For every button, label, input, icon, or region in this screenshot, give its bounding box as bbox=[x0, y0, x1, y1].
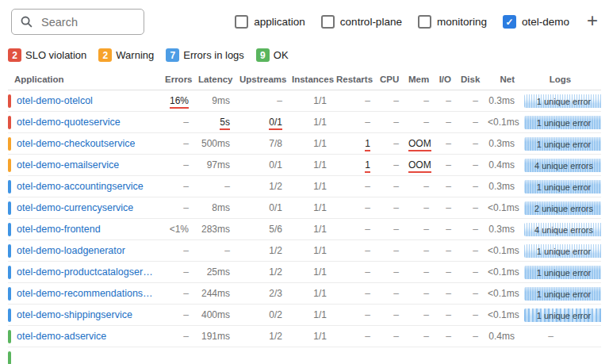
logs-chip[interactable]: 1 unique error bbox=[524, 137, 601, 151]
application-link[interactable]: otel-demo-accountingservice bbox=[17, 181, 144, 192]
logs-chip[interactable]: 1 unique error bbox=[524, 180, 601, 193]
upstreams-cell bbox=[235, 347, 287, 364]
errors-cell: – bbox=[160, 155, 193, 176]
filter-checkbox-application[interactable]: application bbox=[235, 15, 305, 29]
cpu-cell: – bbox=[375, 240, 404, 262]
errors-cell: – bbox=[160, 262, 193, 283]
legend-label: OK bbox=[274, 49, 289, 61]
disk-cell: – bbox=[456, 326, 483, 347]
application-link[interactable]: otel-demo-loadgenerator bbox=[17, 245, 125, 256]
application-link[interactable]: otel-demo-emailservice bbox=[17, 159, 119, 171]
table-row: otel-demo-currencyservice–8ms0/11/1–––––… bbox=[8, 197, 601, 219]
severity-bar bbox=[8, 201, 11, 215]
disk-cell: – bbox=[456, 155, 483, 176]
mem-cell: – bbox=[404, 283, 434, 305]
checkbox-icon: ✓ bbox=[503, 15, 516, 29]
restarts-cell: – bbox=[331, 326, 375, 347]
severity-bar bbox=[8, 116, 11, 129]
logs-chip[interactable]: 1 unique error bbox=[524, 308, 601, 322]
application-cell: otel-demo-accountingservice bbox=[8, 176, 160, 197]
search-input[interactable] bbox=[40, 15, 136, 29]
errors-cell bbox=[160, 347, 193, 364]
table-row: otel-demo-recommendationservice–244ms2/3… bbox=[8, 283, 601, 305]
application-link[interactable]: otel-demo-productcatalogservice bbox=[17, 266, 155, 278]
mem-cell: OOM bbox=[404, 155, 434, 176]
column-header-mem: Mem bbox=[404, 72, 434, 90]
logs-chip[interactable]: 1 unique error bbox=[524, 94, 601, 108]
logs-chip[interactable]: 1 unique error bbox=[524, 116, 601, 129]
logs-cell bbox=[519, 347, 601, 364]
cpu-cell: – bbox=[375, 326, 404, 347]
upstreams-cell: 1/2 bbox=[235, 240, 287, 262]
logs-chip[interactable]: 1 unique error bbox=[524, 266, 601, 279]
legend-item: 9OK bbox=[256, 48, 289, 62]
table-row: otel-demo-otelcol16%9ms–1/1–––––0.3ms1 u… bbox=[8, 90, 601, 112]
restarts-cell: 1 bbox=[331, 133, 375, 155]
severity-bar bbox=[8, 330, 11, 343]
severity-bar bbox=[8, 137, 11, 151]
mem-cell: – bbox=[404, 219, 434, 240]
cpu-cell: – bbox=[375, 90, 404, 112]
io-cell: – bbox=[434, 240, 456, 262]
column-header-cpu: CPU bbox=[375, 72, 404, 90]
upstreams-cell: 0/1 bbox=[235, 155, 287, 176]
cpu-cell: – bbox=[375, 133, 404, 155]
io-cell: – bbox=[434, 326, 456, 347]
io-cell: – bbox=[434, 155, 456, 176]
upstreams-cell: 1/2 bbox=[235, 326, 287, 347]
filter-checkbox-otel-demo[interactable]: ✓otel-demo bbox=[503, 15, 569, 29]
logs-chip[interactable]: 4 unique errors bbox=[524, 223, 601, 236]
disk-cell: – bbox=[456, 262, 483, 283]
logs-chip[interactable]: 1 unique error bbox=[524, 287, 601, 301]
io-cell: – bbox=[434, 133, 456, 155]
net-cell: 0.4ms bbox=[483, 326, 519, 347]
application-link[interactable]: otel-demo-shippingservice bbox=[17, 309, 132, 320]
logs-cell: 2 unique errors bbox=[519, 197, 601, 219]
application-link[interactable]: otel-demo-checkoutservice bbox=[17, 138, 135, 149]
net-cell: <0.1ms bbox=[483, 262, 519, 283]
disk-cell: – bbox=[456, 219, 483, 240]
logs-cell: 4 unique errors bbox=[519, 219, 601, 240]
latency-cell: 283ms bbox=[193, 219, 235, 240]
instances-cell: 1/1 bbox=[287, 176, 331, 197]
errors-cell: 16% bbox=[160, 90, 193, 112]
application-link[interactable]: otel-demo-quoteservice bbox=[17, 117, 121, 128]
application-link[interactable]: otel-demo-recommendationservice bbox=[17, 288, 155, 299]
table-header-row: ApplicationErrorsLatencyUpstreamsInstanc… bbox=[8, 72, 601, 90]
table-row: otel-demo-productcatalogservice–25ms1/21… bbox=[8, 262, 601, 283]
application-cell: otel-demo-quoteservice bbox=[8, 112, 160, 133]
io-cell: – bbox=[434, 112, 456, 133]
disk-cell: – bbox=[456, 305, 483, 326]
legend-item: 7Errors in logs bbox=[166, 48, 244, 62]
filter-checkbox-monitoring[interactable]: monitoring bbox=[418, 15, 487, 29]
alert-value: 1 bbox=[365, 159, 370, 173]
application-link[interactable]: otel-demo-currencyservice bbox=[17, 202, 133, 213]
io-cell: – bbox=[434, 197, 456, 219]
instances-cell: 1/1 bbox=[287, 90, 331, 112]
severity-bar bbox=[8, 94, 11, 108]
logs-chip[interactable]: 2 unique errors bbox=[524, 201, 601, 215]
search-box[interactable] bbox=[11, 9, 144, 35]
filter-checkbox-control-plane[interactable]: control-plane bbox=[321, 15, 402, 29]
severity-bar bbox=[8, 159, 11, 172]
application-link[interactable]: otel-demo-frontend bbox=[17, 224, 101, 235]
latency-cell: 25ms bbox=[193, 262, 235, 283]
mem-cell: – bbox=[404, 240, 434, 262]
latency-cell: 97ms bbox=[193, 155, 235, 176]
logs-chip[interactable]: 4 unique errors bbox=[524, 159, 601, 172]
errors-cell: – bbox=[160, 283, 193, 305]
errors-cell: – bbox=[160, 112, 193, 133]
column-header-instances: Instances bbox=[287, 72, 331, 90]
legend-item: 2Warning bbox=[98, 48, 154, 62]
filter-label: otel-demo bbox=[522, 16, 569, 28]
add-category-button[interactable]: + bbox=[585, 11, 599, 33]
mem-cell: – bbox=[404, 112, 434, 133]
upstreams-cell: 2/3 bbox=[235, 283, 287, 305]
alert-value: 5s bbox=[220, 117, 230, 130]
net-cell: 0.3ms bbox=[483, 133, 519, 155]
application-cell: otel-demo-checkoutservice bbox=[8, 133, 160, 155]
logs-chip[interactable]: 1 unique error bbox=[524, 244, 601, 258]
cpu-cell: – bbox=[375, 305, 404, 326]
application-link[interactable]: otel-demo-otelcol bbox=[17, 95, 93, 106]
application-link[interactable]: otel-demo-adservice bbox=[17, 331, 106, 342]
